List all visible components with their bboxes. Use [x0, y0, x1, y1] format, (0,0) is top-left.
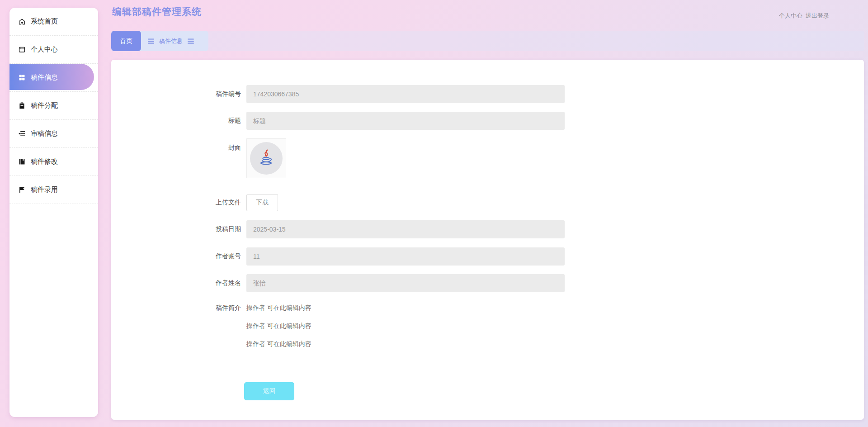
tab-group: 首页 稿件信息: [111, 31, 208, 51]
download-button[interactable]: 下载: [246, 194, 278, 211]
sidebar-item-label: 系统首页: [31, 17, 58, 26]
field-label: 作者账号: [188, 252, 241, 261]
submit-date-input[interactable]: 2025-03-15: [246, 220, 565, 238]
form-row-5: 作者账号11: [188, 247, 565, 266]
summary-line: 操作者 可在此编辑内容: [246, 317, 311, 335]
sidebar-item-label: 审稿信息: [31, 129, 58, 138]
sidebar-item-0[interactable]: 系统首页: [9, 8, 98, 36]
cover-image[interactable]: [246, 138, 286, 178]
field-label: 投稿日期: [188, 225, 241, 233]
field-label: 封面: [188, 138, 241, 157]
field-label: 上传文件: [188, 199, 241, 207]
sidebar: 系统首页个人中心稿件信息稿件分配审稿信息稿件修改稿件录用: [9, 8, 98, 417]
title-input[interactable]: 标题: [246, 112, 565, 130]
field-label: 标题: [188, 117, 241, 125]
summary-line: 操作者 可在此编辑内容: [246, 299, 311, 317]
app-window: 系统首页个人中心稿件信息稿件分配审稿信息稿件修改稿件录用 编辑部稿件管理系统 个…: [0, 0, 868, 427]
tab-home-label: 首页: [120, 37, 132, 45]
header-links: 个人中心 退出登录: [779, 12, 829, 20]
form-row-3: 上传文件下载: [188, 194, 278, 211]
field-label: 作者姓名: [188, 279, 241, 287]
profile-icon: [18, 46, 26, 53]
summary-text: 操作者 可在此编辑内容操作者 可在此编辑内容操作者 可在此编辑内容: [246, 299, 311, 353]
sidebar-menu: 系统首页个人中心稿件信息稿件分配审稿信息稿件修改稿件录用: [9, 8, 98, 204]
home-icon: [18, 18, 26, 25]
java-logo-icon: [250, 142, 283, 175]
field-label: 稿件编号: [188, 90, 241, 98]
form-row-4: 投稿日期2025-03-15: [188, 220, 565, 238]
grid-icon: [18, 74, 26, 81]
sidebar-item-3[interactable]: 稿件分配: [9, 92, 98, 120]
tab-manuscript-info-label[interactable]: 稿件信息: [159, 37, 183, 45]
field-label: 稿件简介: [188, 299, 241, 317]
manuscript-id-input[interactable]: 1742030667385: [246, 85, 565, 103]
review-list-icon: [18, 130, 26, 138]
form-row-2: 封面: [188, 138, 286, 178]
tab-manuscript-info: 稿件信息: [141, 37, 201, 45]
book-icon: [18, 158, 26, 166]
profile-link[interactable]: 个人中心: [779, 12, 802, 20]
detail-panel: 稿件编号1742030667385标题标题封面上传文件下载投稿日期2025-03…: [111, 60, 864, 420]
sidebar-item-label: 稿件修改: [31, 157, 58, 166]
sidebar-item-6[interactable]: 稿件录用: [9, 176, 98, 204]
menu-lines-icon[interactable]: [148, 38, 154, 44]
back-button[interactable]: 返回: [244, 382, 294, 400]
sidebar-item-label: 个人中心: [31, 45, 58, 54]
sidebar-item-5[interactable]: 稿件修改: [9, 148, 98, 176]
sidebar-item-1[interactable]: 个人中心: [9, 36, 98, 64]
page-title: 编辑部稿件管理系统: [112, 5, 202, 18]
sidebar-item-label: 稿件信息: [31, 73, 58, 82]
form-row-1: 标题标题: [188, 112, 565, 130]
logout-link[interactable]: 退出登录: [806, 12, 829, 20]
sidebar-item-4[interactable]: 审稿信息: [9, 120, 98, 148]
author-account-input[interactable]: 11: [246, 247, 565, 266]
flag-icon: [18, 186, 26, 194]
form-row-0: 稿件编号1742030667385: [188, 85, 565, 103]
sidebar-item-2[interactable]: 稿件信息: [9, 64, 98, 92]
form-row-7: 稿件简介操作者 可在此编辑内容操作者 可在此编辑内容操作者 可在此编辑内容: [188, 299, 311, 353]
author-name-input[interactable]: 张怡: [246, 274, 565, 292]
sidebar-item-label: 稿件分配: [31, 101, 58, 110]
clipboard-icon: [18, 102, 26, 109]
form-row-6: 作者姓名张怡: [188, 274, 565, 292]
tab-home[interactable]: 首页: [111, 31, 141, 51]
summary-line: 操作者 可在此编辑内容: [246, 335, 311, 353]
sidebar-item-label: 稿件录用: [31, 185, 58, 194]
tab-strip: 首页 稿件信息: [111, 31, 864, 51]
menu-lines-icon[interactable]: [188, 38, 194, 44]
